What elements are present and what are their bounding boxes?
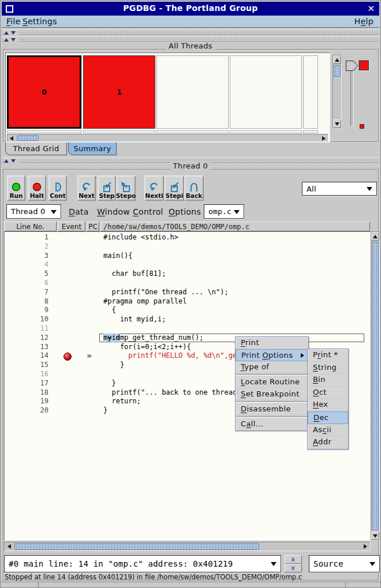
thread-cell-row2 bbox=[303, 130, 318, 133]
back-button[interactable]: Back bbox=[184, 175, 204, 201]
menu-item-string[interactable]: String bbox=[308, 362, 348, 374]
source-line[interactable]: 10 int myid,i; bbox=[5, 315, 370, 324]
menu-item-dec[interactable]: Dec bbox=[308, 411, 348, 424]
source-hscrollbar-thumb[interactable] bbox=[14, 543, 259, 550]
frame-up-button[interactable]: « bbox=[285, 555, 302, 564]
code-text: printf("One thread ... \n"); bbox=[103, 288, 229, 297]
code-text: } bbox=[103, 361, 124, 370]
next-button[interactable]: Next bbox=[77, 175, 96, 201]
splitter-handle[interactable] bbox=[2, 29, 379, 35]
thread-cell-row2 bbox=[7, 130, 81, 133]
titlebar[interactable]: PGDBG - The Portland Group ✕ bbox=[2, 2, 379, 16]
source-line[interactable]: 3main(){ bbox=[5, 252, 370, 261]
scroll-left-icon[interactable] bbox=[8, 544, 11, 549]
grid-hscrollbar[interactable] bbox=[7, 134, 328, 142]
thread-cell-1[interactable]: 1 bbox=[83, 55, 155, 129]
thread-cell-2[interactable] bbox=[156, 55, 229, 129]
stepi-button[interactable]: Stepi bbox=[165, 175, 184, 201]
menu-control[interactable]: Control bbox=[133, 207, 163, 216]
run-button[interactable]: Run bbox=[7, 175, 25, 201]
source-line[interactable]: 6 bbox=[5, 279, 370, 288]
grid-zoom-slider-track[interactable] bbox=[350, 65, 354, 126]
thread-cell-3[interactable] bbox=[230, 55, 302, 129]
source-line[interactable]: 1#include <stdio.h> bbox=[5, 233, 370, 242]
collapse-up-icon[interactable] bbox=[4, 159, 9, 163]
run-icon bbox=[10, 182, 23, 192]
column-header-lineno: Line No. bbox=[4, 222, 57, 231]
thread-cell-0[interactable]: 0 bbox=[7, 55, 81, 129]
code-text: printf("HELLO %d, %d\n",get bbox=[103, 351, 241, 361]
tab-summary[interactable]: Summary bbox=[68, 143, 117, 155]
menu-item-hex[interactable]: Hex bbox=[308, 399, 348, 411]
collapse-up-icon[interactable] bbox=[4, 38, 9, 42]
menu-item-disassemble[interactable]: Disassemble bbox=[236, 403, 308, 415]
collapse-up-icon[interactable] bbox=[4, 31, 9, 35]
nexti-button[interactable]: Nexti bbox=[144, 175, 164, 201]
cont-button[interactable]: Cont bbox=[48, 175, 67, 201]
scroll-right-icon[interactable] bbox=[364, 544, 367, 549]
breakpoint-icon[interactable] bbox=[64, 353, 72, 361]
menu-window[interactable]: Window bbox=[97, 207, 130, 216]
view-mode-combo[interactable]: Source bbox=[309, 555, 380, 572]
source-hscrollbar[interactable] bbox=[4, 542, 371, 551]
frame-combo[interactable]: #0 main line: 14 in "omp.c" address: 0x4… bbox=[4, 555, 281, 572]
source-line[interactable]: 11 bbox=[5, 324, 370, 334]
menu-item-set-breakpoint[interactable]: Set Breakpoint bbox=[236, 388, 308, 400]
file-combo[interactable]: omp.c bbox=[204, 204, 244, 219]
menu-item-type-of[interactable]: Type of bbox=[236, 361, 308, 373]
line-number: 11 bbox=[5, 324, 48, 334]
source-line[interactable]: 7 printf("One thread ... \n"); bbox=[5, 288, 370, 297]
frame-down-button[interactable]: » bbox=[285, 564, 302, 572]
splitter-handle[interactable] bbox=[2, 36, 379, 42]
menu-item-print-options[interactable]: Print Options bbox=[236, 349, 308, 361]
chevron-up-icon: « bbox=[289, 557, 298, 561]
scope-combo[interactable]: All bbox=[302, 182, 377, 196]
scroll-up-button[interactable] bbox=[333, 55, 341, 64]
source-vscrollbar[interactable] bbox=[371, 231, 380, 541]
halt-button[interactable]: Halt bbox=[28, 175, 46, 201]
scroll-down-button[interactable] bbox=[333, 119, 341, 128]
grid-vscrollbar-thumb[interactable] bbox=[334, 65, 341, 77]
scroll-left-icon[interactable] bbox=[10, 136, 13, 141]
source-line[interactable]: 12 myid = omp_get_thread_num(); bbox=[5, 334, 370, 343]
menu-options[interactable]: Options bbox=[169, 207, 201, 216]
menu-file[interactable]: File bbox=[6, 17, 21, 26]
menu-item-ascii[interactable]: Ascii bbox=[308, 424, 348, 437]
window-resize-strip[interactable] bbox=[1, 582, 380, 588]
thread-combo[interactable]: Thread 0 bbox=[6, 204, 61, 219]
line-number: 6 bbox=[5, 279, 48, 288]
menu-item-oct[interactable]: Oct bbox=[308, 387, 348, 399]
stepo-button[interactable]: Stepo bbox=[116, 175, 136, 201]
code-text: for(i=0;i<2;i++){ bbox=[103, 343, 191, 352]
window-title: PGDBG - The Portland Group bbox=[2, 3, 379, 13]
thread-cell-4[interactable] bbox=[303, 55, 318, 129]
close-icon[interactable]: ✕ bbox=[367, 3, 375, 14]
tab-thread-grid[interactable]: Thread Grid bbox=[5, 143, 67, 155]
menu-settings[interactable]: Settings bbox=[23, 17, 57, 26]
collapse-down-icon[interactable] bbox=[11, 31, 16, 35]
source-line[interactable]: 9 { bbox=[5, 306, 370, 315]
code-text: } bbox=[103, 406, 107, 415]
step-button[interactable]: Step bbox=[98, 175, 116, 201]
collapse-down-icon[interactable] bbox=[11, 159, 16, 163]
menu-item-bin[interactable]: Bin bbox=[308, 374, 348, 387]
source-line[interactable]: 5 char buf[81]; bbox=[5, 269, 370, 279]
source-vscrollbar-thumb[interactable] bbox=[372, 242, 379, 530]
menu-item-call[interactable]: Call... bbox=[236, 418, 308, 430]
menu-item-print-*[interactable]: Print * bbox=[308, 349, 348, 362]
menu-item-locate-routine[interactable]: Locate Routine bbox=[236, 376, 308, 388]
menu-help[interactable]: Help bbox=[354, 17, 373, 26]
source-line[interactable]: 8#pragma omp parallel bbox=[5, 297, 370, 306]
source-line[interactable]: 4 bbox=[5, 260, 370, 269]
grid-hscrollbar-thumb[interactable] bbox=[17, 135, 39, 141]
menu-item-print[interactable]: Print bbox=[236, 337, 308, 349]
scroll-down-button[interactable] bbox=[371, 531, 379, 540]
source-line[interactable]: 2 bbox=[5, 242, 370, 252]
line-number: 13 bbox=[5, 343, 48, 352]
collapse-down-icon[interactable] bbox=[11, 38, 16, 42]
scroll-right-icon[interactable] bbox=[322, 136, 326, 141]
menu-item-addr[interactable]: Addr bbox=[308, 436, 348, 449]
menu-data[interactable]: Data bbox=[69, 207, 89, 216]
scroll-up-button[interactable] bbox=[371, 232, 379, 241]
grid-vscrollbar[interactable] bbox=[333, 55, 342, 129]
